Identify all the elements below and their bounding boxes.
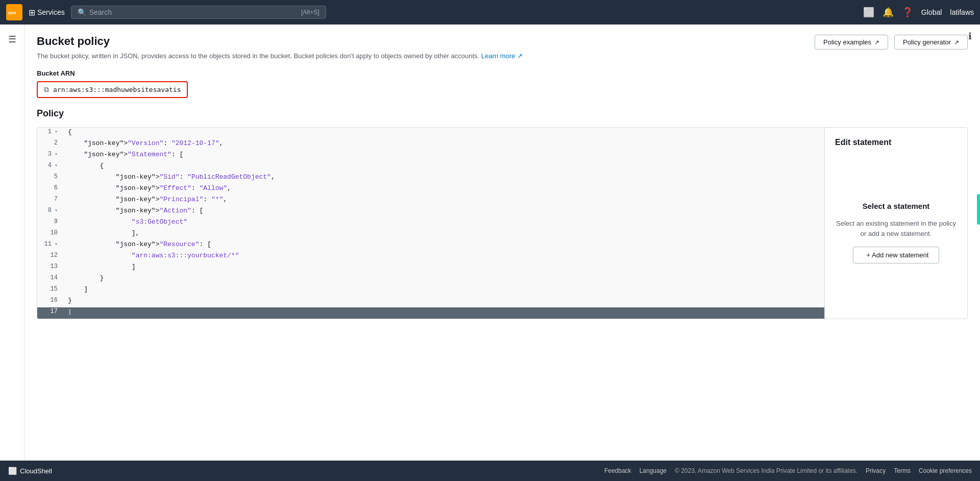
- line-content-6: "json-key">"Effect": "Allow",: [64, 184, 235, 193]
- cloudshell-label: CloudShell: [20, 467, 52, 475]
- search-bar[interactable]: 🔍 [Alt+S]: [71, 6, 326, 19]
- line-number-14: 14: [37, 274, 64, 282]
- terminal-icon[interactable]: ⬜: [863, 7, 874, 18]
- policy-generator-button[interactable]: Policy generator ↗: [894, 35, 968, 50]
- copy-icon: ⧉: [44, 85, 49, 94]
- policy-examples-label: Policy examples: [823, 38, 871, 46]
- line-content-5: "json-key">"Sid": "PublicReadGetObject",: [64, 173, 279, 181]
- copyright-text: © 2023, Amazon Web Services India Privat…: [675, 467, 857, 474]
- feedback-link[interactable]: Feedback: [604, 467, 631, 474]
- select-statement-heading: Select a statement: [863, 202, 930, 210]
- collapse-arrow-8[interactable]: ▾: [55, 207, 58, 213]
- line-number-8: 8▾: [37, 206, 64, 214]
- line-content-4: {: [64, 161, 108, 170]
- line-content-10: ],: [64, 229, 143, 237]
- edit-statement-panel: Edit statement Select a statement Select…: [824, 128, 967, 319]
- line-number-13: 13: [37, 262, 64, 271]
- collapse-arrow-11[interactable]: ▾: [55, 241, 58, 247]
- content-area: Policy examples ↗ Policy generator ↗ Buc…: [24, 25, 980, 461]
- line-content-8: "json-key">"Action": [: [64, 206, 207, 215]
- line-content-15: ]: [64, 285, 92, 294]
- line-number-3: 3▾: [37, 150, 64, 158]
- code-line-14[interactable]: 14 }: [37, 274, 824, 285]
- code-line-11[interactable]: 11▾ "json-key">"Resource": [: [37, 240, 824, 251]
- code-line-16[interactable]: 16}: [37, 296, 824, 307]
- arn-value: arn:aws:s3:::madhuwebsitesavatis: [53, 86, 181, 93]
- line-content-7: "json-key">"Principal": "*",: [64, 195, 231, 204]
- external-link-icon-2: ↗: [954, 39, 959, 46]
- cookie-link[interactable]: Cookie preferences: [919, 467, 972, 474]
- code-line-4[interactable]: 4▾ {: [37, 161, 824, 173]
- code-line-7[interactable]: 7 "json-key">"Principal": "*",: [37, 195, 824, 206]
- code-line-6[interactable]: 6 "json-key">"Effect": "Allow",: [37, 184, 824, 195]
- line-content-11: "json-key">"Resource": [: [64, 240, 215, 249]
- bottom-footer: ⬜ CloudShell Feedback Language © 2023, A…: [0, 461, 980, 481]
- line-content-1: {: [64, 128, 76, 136]
- collapse-arrow-3[interactable]: ▾: [55, 151, 58, 157]
- line-content-12: "arn:aws:s3:::yourbucket/*": [64, 251, 243, 260]
- grid-icon: ⊞: [29, 8, 35, 17]
- aws-logo[interactable]: aws: [6, 4, 22, 20]
- code-line-1[interactable]: 1▾{: [37, 128, 824, 139]
- line-number-17: 17: [37, 307, 64, 316]
- line-content-14: }: [64, 274, 108, 282]
- code-line-13[interactable]: 13 ]: [37, 262, 824, 274]
- arn-container[interactable]: ⧉ arn:aws:s3:::madhuwebsitesavatis: [37, 81, 188, 98]
- add-new-statement-button[interactable]: + Add new statement: [853, 247, 940, 263]
- code-line-3[interactable]: 3▾ "json-key">"Statement": [: [37, 150, 824, 161]
- region-selector[interactable]: Global: [921, 8, 942, 16]
- svg-text:aws: aws: [8, 10, 16, 15]
- help-icon[interactable]: ❓: [902, 7, 913, 18]
- cloudshell-button[interactable]: ⬜ CloudShell: [8, 467, 52, 475]
- line-content-2: "json-key">"Version": "2012-10-17",: [64, 139, 227, 148]
- code-line-8[interactable]: 8▾ "json-key">"Action": [: [37, 206, 824, 218]
- select-statement-area: Select a statement Select an existing st…: [835, 157, 957, 308]
- code-line-5[interactable]: 5 "json-key">"Sid": "PublicReadGetObject…: [37, 173, 824, 184]
- select-statement-desc: Select an existing statement in the poli…: [835, 219, 957, 238]
- external-link-icon: ↗: [874, 39, 879, 46]
- line-number-7: 7: [37, 195, 64, 203]
- collapse-arrow-1[interactable]: ▾: [55, 129, 58, 135]
- search-icon: 🔍: [78, 8, 86, 16]
- services-label: Services: [37, 8, 65, 16]
- line-number-11: 11▾: [37, 240, 64, 248]
- code-line-2[interactable]: 2 "json-key">"Version": "2012-10-17",: [37, 139, 824, 150]
- learn-more-link[interactable]: Learn more ↗: [481, 52, 523, 60]
- learn-more-text: Learn more: [481, 52, 515, 60]
- policy-generator-label: Policy generator: [903, 38, 951, 46]
- policy-section-title: Policy: [37, 108, 968, 119]
- policy-examples-button[interactable]: Policy examples ↗: [815, 35, 888, 50]
- line-number-16: 16: [37, 296, 64, 304]
- code-line-10[interactable]: 10 ],: [37, 229, 824, 240]
- scroll-indicator[interactable]: [977, 194, 980, 225]
- code-editor[interactable]: 1▾{2 "json-key">"Version": "2012-10-17",…: [37, 128, 824, 319]
- hamburger-button[interactable]: ☰: [5, 31, 19, 48]
- line-content-13: ]: [64, 262, 140, 271]
- info-button[interactable]: ℹ: [968, 31, 972, 42]
- line-number-6: 6: [37, 184, 64, 192]
- collapse-arrow-4[interactable]: ▾: [55, 162, 58, 169]
- bell-icon[interactable]: 🔔: [883, 7, 894, 18]
- line-number-5: 5: [37, 173, 64, 181]
- privacy-link[interactable]: Privacy: [866, 467, 886, 474]
- code-line-17[interactable]: 17: [37, 307, 824, 319]
- search-shortcut: [Alt+S]: [301, 9, 320, 16]
- line-number-15: 15: [37, 285, 64, 293]
- description-text: The bucket policy, written in JSON, prov…: [37, 52, 479, 60]
- line-number-10: 10: [37, 229, 64, 237]
- code-line-15[interactable]: 15 ]: [37, 285, 824, 296]
- line-number-1: 1▾: [37, 128, 64, 136]
- code-line-12[interactable]: 12 "arn:aws:s3:::yourbucket/*": [37, 251, 824, 262]
- line-content-9: "s3:GetObject": [64, 218, 191, 226]
- language-link[interactable]: Language: [640, 467, 667, 474]
- terms-link[interactable]: Terms: [894, 467, 911, 474]
- services-nav[interactable]: ⊞ Services: [29, 8, 65, 17]
- page-description: The bucket policy, written in JSON, prov…: [37, 51, 968, 61]
- search-input[interactable]: [89, 8, 297, 16]
- edit-statement-title: Edit statement: [835, 138, 957, 147]
- user-menu[interactable]: latifaws: [950, 8, 974, 16]
- sidebar-toggle: ☰: [0, 25, 24, 461]
- add-statement-label: + Add new statement: [867, 251, 929, 259]
- line-content-16: }: [64, 296, 76, 305]
- code-line-9[interactable]: 9 "s3:GetObject": [37, 218, 824, 229]
